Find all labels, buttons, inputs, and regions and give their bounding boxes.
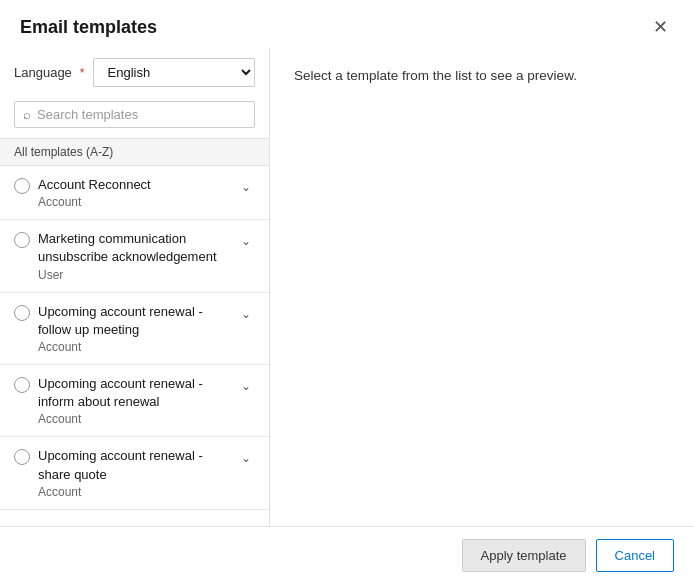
chevron-down-icon-1[interactable]: ⌄ [237,232,255,250]
dialog-body: Language * English ⌕ All templates (A-Z)… [0,48,694,526]
chevron-down-icon-0[interactable]: ⌄ [237,178,255,196]
language-label: Language [14,65,72,80]
template-category-2: Account [38,340,229,354]
template-name-1: Marketing communication unsubscribe ackn… [38,230,229,266]
template-radio-0[interactable] [14,178,30,194]
language-row: Language * English [0,48,269,97]
template-info-4: Upcoming account renewal - share quote A… [38,447,229,498]
required-star: * [80,66,85,80]
cancel-button[interactable]: Cancel [596,539,674,572]
dialog-footer: Apply template Cancel [0,526,694,584]
template-item[interactable]: Account Reconnect Account ⌄ [0,166,269,220]
apply-template-button[interactable]: Apply template [462,539,586,572]
template-info-2: Upcoming account renewal - follow up mee… [38,303,229,354]
dialog-title: Email templates [20,17,157,38]
preview-placeholder: Select a template from the list to see a… [294,68,670,83]
template-item[interactable]: Upcoming account renewal - share quote A… [0,437,269,509]
search-icon: ⌕ [23,107,31,122]
left-panel: Language * English ⌕ All templates (A-Z)… [0,48,270,526]
email-templates-dialog: Email templates ✕ Language * English ⌕ A… [0,0,694,584]
template-category-0: Account [38,195,229,209]
template-name-3: Upcoming account renewal - inform about … [38,375,229,411]
template-radio-2[interactable] [14,305,30,321]
dialog-header: Email templates ✕ [0,0,694,48]
template-info-1: Marketing communication unsubscribe ackn… [38,230,229,281]
chevron-down-icon-2[interactable]: ⌄ [237,305,255,323]
template-info-3: Upcoming account renewal - inform about … [38,375,229,426]
language-select[interactable]: English [93,58,255,87]
chevron-down-icon-3[interactable]: ⌄ [237,377,255,395]
template-category-4: Account [38,485,229,499]
template-info-0: Account Reconnect Account [38,176,229,209]
template-name-0: Account Reconnect [38,176,229,194]
template-list: Account Reconnect Account ⌄ Marketing co… [0,166,269,526]
template-category-3: Account [38,412,229,426]
chevron-down-icon-4[interactable]: ⌄ [237,449,255,467]
template-radio-1[interactable] [14,232,30,248]
close-button[interactable]: ✕ [647,16,674,38]
template-name-4: Upcoming account renewal - share quote [38,447,229,483]
template-section-header: All templates (A-Z) [0,138,269,166]
search-box: ⌕ [14,101,255,128]
search-input[interactable] [37,107,246,122]
template-radio-3[interactable] [14,377,30,393]
template-name-2: Upcoming account renewal - follow up mee… [38,303,229,339]
template-item[interactable]: Upcoming account renewal - inform about … [0,365,269,437]
template-radio-4[interactable] [14,449,30,465]
right-panel: Select a template from the list to see a… [270,48,694,526]
template-category-1: User [38,268,229,282]
template-item[interactable]: Marketing communication unsubscribe ackn… [0,220,269,292]
template-item[interactable]: Upcoming account renewal - follow up mee… [0,293,269,365]
